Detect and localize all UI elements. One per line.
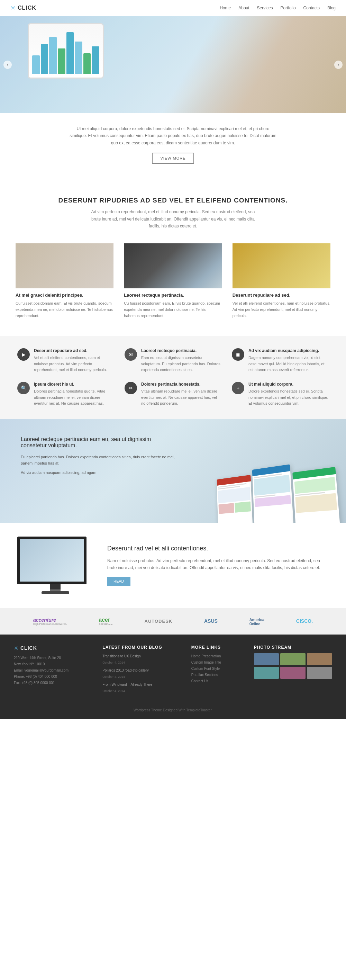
- mockup-screen-1: [217, 475, 253, 522]
- icon-features-grid: ▶ Deserunt repudiare ad sed. Vel et alli…: [17, 348, 329, 407]
- nav-services[interactable]: Services: [257, 6, 273, 10]
- icon-feature-4: 🔍 Ipsum diceret his ut. Dolores pertinac…: [17, 382, 114, 407]
- footer-street: 210 West 14th Street, Suite 20: [14, 655, 92, 661]
- icon-feature-6: + Ut mei aliquid corpora. Dolore expeten…: [232, 382, 329, 407]
- icon-feature-3-text: Ad vix audiam nusquam adipiscing. Dagem …: [248, 348, 329, 373]
- icon-5: ✏: [125, 382, 137, 394]
- mockup-screen-3: [292, 467, 340, 522]
- footer-col-blog: Latest From Our Blog Transitions to UX D…: [102, 645, 181, 696]
- footer-photo-6: [307, 667, 332, 679]
- hero-tablet: [28, 23, 104, 79]
- logo-text: CLICK: [17, 5, 37, 11]
- footer-blog-date-1: October 4, 2014: [102, 661, 125, 664]
- footer-email: Email: youremail@yourdomain.com: [14, 667, 92, 674]
- monitor-bezel-bottom: [17, 582, 87, 584]
- icon-feature-6-desc: Dolore expetendis honestatis sed ei. Scr…: [248, 388, 329, 407]
- col-2: Laoreet recteque pertinacia. Cu fuisset …: [119, 243, 227, 319]
- brand-accenture: accenture High Performance. Delivered.: [33, 617, 67, 625]
- icon-feature-3: ◼ Ad vix audiam nusquam adipiscing. Dage…: [232, 348, 329, 373]
- nav-contacts[interactable]: Contacts: [303, 6, 320, 10]
- col-2-image: [124, 243, 222, 288]
- nav-blog[interactable]: Blog: [327, 6, 336, 10]
- icon-feature-5-desc: Vitae ultinam repudiare mel ei, veniam d…: [141, 388, 221, 407]
- footer-photo-3: [307, 653, 332, 665]
- icon-2: ✉: [125, 348, 137, 361]
- hero-arrow-right[interactable]: ›: [334, 60, 343, 69]
- icon-feature-1: ▶ Deserunt repudiare ad sed. Vel et alli…: [17, 348, 114, 373]
- col-1-text: Cu fuisset posidoniam eam. El vis brute …: [16, 301, 113, 319]
- view-more-button[interactable]: VIEW MORE: [152, 153, 194, 164]
- footer-photo-grid: [254, 653, 332, 679]
- parallax-text1: Eu epicarei partiendo has. Dolores expet…: [21, 454, 176, 467]
- icon-features-section: ▶ Deserunt repudiare ad sed. Vel et alli…: [0, 336, 346, 419]
- intro-text: Ut mei aliquid corpora, dolore expetendi…: [69, 125, 277, 146]
- col-3-image: [233, 243, 330, 288]
- footer-photo-4: [254, 667, 279, 679]
- features-subtext: Ad vim perfecto reprehendunt, mel et ill…: [87, 208, 259, 229]
- parallax-text2: Ad vix audiam nusquam adipiscing, ad aga…: [21, 469, 176, 476]
- footer-logo-text: CLICK: [21, 645, 37, 651]
- footer-col-photos: PHOTO STREAM: [254, 645, 332, 696]
- footer-photo-2: [280, 653, 306, 665]
- features-heading: DESERUNT RIPUDRIES AD SED VEL ET ELEIFEN…: [0, 186, 346, 236]
- logo-icon: ✳: [10, 4, 16, 12]
- read-button[interactable]: READ: [107, 577, 130, 586]
- brand-asus: ASUS: [204, 618, 217, 624]
- footer-blog-item-2: Pollards 2013 road-trip gallery October …: [102, 667, 181, 679]
- computer-heading: Deserunt rad vel et alii contentiones.: [107, 545, 329, 552]
- monitor-screen: [17, 536, 87, 582]
- footer-blog-link-1[interactable]: Transitions to UX Design: [102, 653, 181, 659]
- icon-feature-6-text: Ut mei aliquid corpora. Dolore expetendi…: [248, 382, 329, 407]
- footer-link-5[interactable]: Contact Us: [191, 678, 244, 684]
- icon-feature-4-title: Ipsum diceret his ut.: [34, 382, 114, 387]
- icon-feature-1-text: Deserunt repudiare ad sed. Vel et alli e…: [34, 348, 114, 373]
- hero-chart: [29, 24, 103, 78]
- icon-4: 🔍: [17, 382, 30, 394]
- computer-text: Nam et noluisse probatus. Ad vim perfect…: [107, 557, 329, 571]
- col-3: Deserunt repudiare ad sed. Vel et alli e…: [227, 243, 336, 319]
- footer-link-2[interactable]: Custom Image Title: [191, 659, 244, 666]
- parallax-mockup: [208, 464, 346, 523]
- footer-link-4[interactable]: Parallax Sections: [191, 672, 244, 678]
- footer-links-title: More Links: [191, 645, 244, 650]
- nav-portfolio[interactable]: Portfolio: [281, 6, 296, 10]
- icon-feature-2-text: Laoreet recteque pertinacia. Eam eu, sea…: [141, 348, 221, 373]
- mockup-screen-2: [252, 464, 294, 523]
- footer-blog-link-3[interactable]: From Windward – Already There: [102, 682, 181, 688]
- nav-home[interactable]: Home: [220, 6, 231, 10]
- icon-feature-3-title: Ad vix audiam nusquam adipiscing.: [248, 348, 329, 353]
- computer-section: Deserunt rad vel et alii contentiones. N…: [0, 523, 346, 608]
- icon-feature-2-desc: Eam eu, sea ut dignissim consetetur volu…: [141, 355, 221, 373]
- footer-blog-link-2[interactable]: Pollards 2013 road-trip gallery: [102, 667, 181, 674]
- footer-copyright: Wordpress Theme Designed With TemplateTo…: [14, 703, 332, 712]
- footer-photo-1: [254, 653, 279, 665]
- footer-logo: ✳ CLICK: [14, 645, 92, 651]
- footer: ✳ CLICK 210 West 14th Street, Suite 20 N…: [0, 635, 346, 719]
- footer-fax: Fax: +98 (0) 305 0000 001: [14, 680, 92, 686]
- hero-arrow-left[interactable]: ‹: [3, 60, 12, 69]
- navigation: ✳ CLICK Home About Services Portfolio Co…: [0, 0, 346, 16]
- nav-about[interactable]: About: [238, 6, 249, 10]
- footer-col-address: ✳ CLICK 210 West 14th Street, Suite 20 N…: [14, 645, 92, 696]
- footer-photos-title: PHOTO STREAM: [254, 645, 332, 650]
- features-title: DESERUNT RIPUDRIES AD SED VEL ET ELEIFEN…: [21, 197, 325, 204]
- icon-feature-5-text: Dolores pertinacia honestatis. Vitae ult…: [141, 382, 221, 407]
- footer-city: New York NY 10010: [14, 661, 92, 667]
- brand-cisco: CISCO.: [296, 618, 313, 624]
- icon-feature-1-title: Deserunt repudiare ad sed.: [34, 348, 114, 353]
- footer-phone: Phone: +98 (0) 404 000 000: [14, 674, 92, 680]
- brand-autodesk: AUTODESK: [144, 619, 173, 624]
- col-2-title: Laoreet recteque pertinacia.: [124, 293, 222, 298]
- parallax-section: Laoreet recteque pertinacia eam eu, sea …: [0, 419, 346, 523]
- footer-link-3[interactable]: Custom Font Style: [191, 666, 244, 672]
- icon-1: ▶: [17, 348, 30, 361]
- icon-feature-2-title: Laoreet recteque pertinacia.: [141, 348, 221, 353]
- col-2-text: Cu fuisset posidoniam eam. El vis brute …: [124, 301, 222, 319]
- computer-text-content: Deserunt rad vel et alii contentiones. N…: [107, 545, 329, 586]
- footer-blog-item-3: From Windward – Already There October 4,…: [102, 682, 181, 693]
- icon-feature-3-desc: Dagem nonumy comprehensam vix, id sint c…: [248, 355, 329, 373]
- footer-link-1[interactable]: Home Presentation: [191, 653, 244, 659]
- footer-blog-date-3: October 4, 2014: [102, 689, 125, 693]
- col-3-title: Deserunt repudiare ad sed.: [233, 293, 330, 298]
- logo[interactable]: ✳ CLICK: [10, 4, 37, 12]
